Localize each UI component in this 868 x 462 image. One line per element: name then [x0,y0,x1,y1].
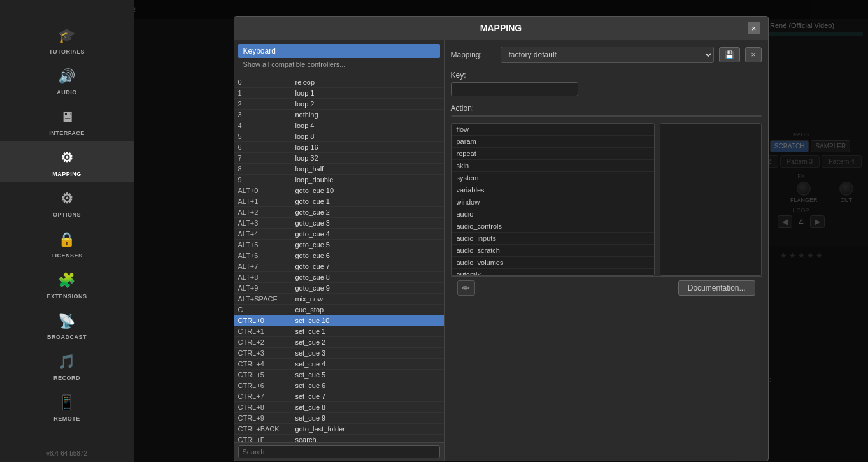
modal-right-col: Mapping: factory default custom 1 custom… [445,40,768,461]
bindings-list[interactable]: 0 reloop 1 loop 1 2 loop 2 3 nothing 4 l… [234,77,444,442]
binding-key: CTRL+2 [238,338,295,346]
binding-row[interactable]: ALT+7 goto_cue 7 [234,261,444,272]
binding-row[interactable]: ALT+8 goto_cue 8 [234,272,444,283]
action-list-item[interactable]: variables [452,184,654,196]
binding-row[interactable]: 4 loop 4 [234,120,444,131]
nav-item-audio[interactable]: 🔊 AUDIO [0,60,134,101]
modal-backdrop: MAPPING × Keyboard Show all compatible c… [134,0,868,462]
binding-row[interactable]: CTRL+9 set_cue 9 [234,413,444,424]
action-list-sub[interactable] [660,123,762,276]
binding-row[interactable]: ALT+5 goto_cue 5 [234,240,444,250]
binding-row[interactable]: ALT+3 goto_cue 3 [234,218,444,229]
binding-action: loop_half [295,165,440,173]
binding-action: set_cue 5 [295,371,440,379]
binding-row[interactable]: ALT+2 goto_cue 2 [234,207,444,218]
binding-row[interactable]: 8 loop_half [234,164,444,175]
binding-row[interactable]: CTRL+2 set_cue 2 [234,337,444,348]
binding-row[interactable]: 5 loop 8 [234,131,444,142]
nav-item-options[interactable]: ⚙ OPTIONS [0,182,134,223]
binding-row[interactable]: CTRL+4 set_cue 4 [234,359,444,370]
binding-row[interactable]: ALT+4 goto_cue 4 [234,229,444,240]
nav-label-options: OPTIONS [53,212,81,218]
documentation-btn[interactable]: Documentation... [678,280,755,296]
binding-row[interactable]: CTRL+8 set_cue 8 [234,402,444,413]
action-label: Action: [451,104,762,113]
action-list-item[interactable]: audio_volumes [452,257,654,269]
binding-row[interactable]: ALT+6 goto_cue 6 [234,250,444,261]
key-input[interactable] [451,82,578,96]
nav-item-interface[interactable]: 🖥 INTERFACE [0,101,134,141]
nav-item-mapping[interactable]: ⚙ MAPPING [0,141,134,182]
nav-item-extensions[interactable]: 🧩 EXTENSIONS [0,264,134,305]
binding-action: goto_cue 8 [295,273,440,281]
binding-key: CTRL+0 [238,317,295,324]
binding-row[interactable]: 9 loop_double [234,175,444,185]
binding-row[interactable]: CTRL+F search [234,435,444,442]
action-list-item[interactable]: skin [452,160,654,172]
binding-row[interactable]: 6 loop 16 [234,142,444,153]
nav-item-record[interactable]: 🎵 RECORD [0,345,134,386]
binding-row[interactable]: CTRL+7 set_cue 7 [234,391,444,402]
action-list-item[interactable]: repeat [452,148,654,160]
binding-row[interactable]: CTRL+BACK goto_last_folder [234,424,444,435]
binding-row[interactable]: ALT+SPACE mix_now [234,294,444,305]
binding-row[interactable]: ALT+9 goto_cue 9 [234,283,444,294]
action-list-item[interactable]: audio_controls [452,220,654,233]
mapping-select[interactable]: factory default custom 1 custom 2 [501,47,715,63]
edit-icon-btn[interactable]: ✏ [457,280,475,296]
nav-item-remote[interactable]: 📱 REMOTE [0,386,134,427]
binding-key: ALT+3 [238,219,295,227]
action-list-item[interactable]: system [452,172,654,184]
action-list-main[interactable]: flowparamrepeatskinsystemvariableswindow… [451,123,655,276]
nav-item-broadcast[interactable]: 📡 BROADCAST [0,305,134,345]
mapping-reset-btn[interactable]: × [745,47,761,62]
action-list-item[interactable]: automix [452,269,654,276]
binding-row[interactable]: 7 loop 32 [234,153,444,164]
action-list-item[interactable]: window [452,196,654,208]
action-section: Action: [451,104,762,123]
binding-row[interactable]: 0 reloop [234,77,444,88]
binding-key: ALT+9 [238,284,295,292]
keyboard-device-item[interactable]: Keyboard [238,44,440,58]
binding-action: loop 8 [295,133,440,140]
show-compatible-link[interactable]: Show all compatible controllers... [238,58,440,73]
tutorials-icon: 🎓 [57,25,77,46]
record-icon: 🎵 [57,352,77,372]
nav-item-tutorials[interactable]: 🎓 TUTORIALS [0,19,134,60]
nav-label-remote: REMOTE [53,415,80,422]
modal-close-btn[interactable]: × [748,22,760,34]
binding-row[interactable]: ALT+0 goto_cue 10 [234,185,444,196]
binding-key: CTRL+3 [238,349,295,357]
binding-row[interactable]: CTRL+3 set_cue 3 [234,348,444,359]
binding-row[interactable]: CTRL+6 set_cue 6 [234,380,444,391]
binding-row[interactable]: ALT+1 goto_cue 1 [234,196,444,207]
nav-item-licenses[interactable]: 🔒 LICENSES [0,223,134,264]
action-list-item[interactable]: audio_scratch [452,245,654,257]
action-list-item[interactable]: audio_inputs [452,233,654,245]
mapping-label: Mapping: [451,50,495,59]
binding-action: goto_cue 9 [295,284,440,292]
binding-row[interactable]: 1 loop 1 [234,88,444,99]
binding-key: CTRL+9 [238,414,295,422]
action-list-item[interactable]: flow [452,124,654,136]
binding-row[interactable]: CTRL+1 set_cue 1 [234,326,444,337]
action-list-item[interactable]: param [452,136,654,148]
binding-key: C [238,306,295,314]
binding-key: CTRL+7 [238,393,295,400]
binding-row[interactable]: 2 loop 2 [234,99,444,110]
mapping-save-btn[interactable]: 💾 [719,47,740,62]
binding-row[interactable]: 3 nothing [234,110,444,120]
action-list-item[interactable]: audio [452,208,654,220]
binding-row[interactable]: CTRL+0 set_cue 10 [234,315,444,326]
binding-row[interactable]: CTRL+5 set_cue 5 [234,370,444,380]
modal-footer: ✏ Documentation... [451,276,762,300]
broadcast-icon: 📡 [57,311,77,331]
search-input[interactable] [238,445,440,458]
binding-row[interactable]: C cue_stop [234,305,444,315]
binding-key: ALT+0 [238,187,295,194]
binding-key: ALT+2 [238,208,295,216]
binding-key: 1 [238,89,295,97]
binding-key: 8 [238,165,295,173]
action-text-area[interactable] [451,115,762,117]
search-box [234,442,444,461]
